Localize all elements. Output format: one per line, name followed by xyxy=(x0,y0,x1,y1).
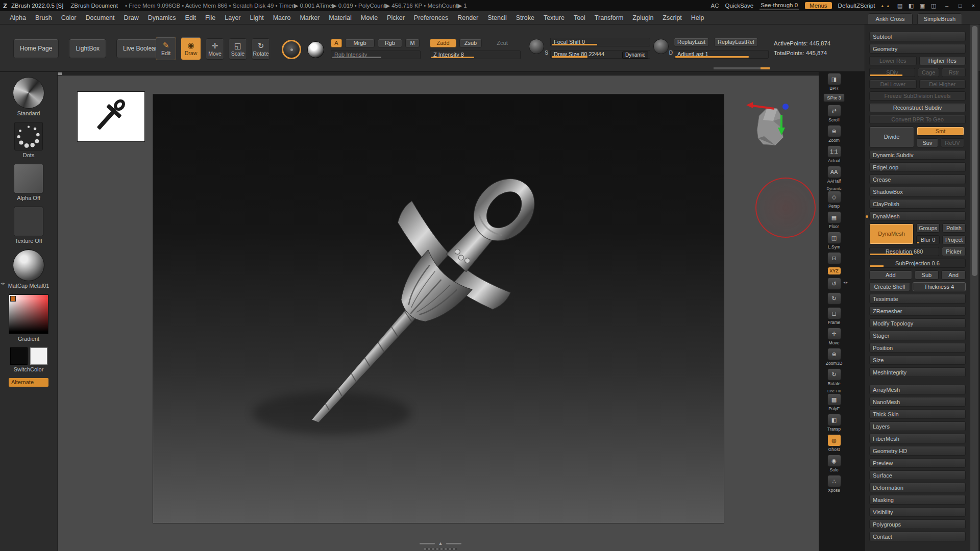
window-tool-icon[interactable]: ▣ xyxy=(919,3,926,9)
menu-item[interactable]: Material xyxy=(324,14,356,21)
zoom-button[interactable]: ⊕ Zoom xyxy=(827,125,841,143)
picker-button[interactable]: Picker xyxy=(942,247,966,256)
scale-button[interactable]: ◱ Scale xyxy=(229,38,247,60)
palette-section-header[interactable]: Position xyxy=(869,343,966,353)
dynamesh-section-header[interactable]: DynaMesh xyxy=(869,211,966,221)
palette-section-header[interactable]: Size xyxy=(869,355,966,365)
scrollbar-thumb[interactable] xyxy=(972,26,977,276)
color-picker[interactable] xyxy=(9,294,48,334)
thickness-field[interactable]: Thickness 4 xyxy=(913,282,966,291)
rgb-intensity-slider[interactable]: Rgb Intensity xyxy=(331,51,421,59)
smt-button[interactable]: Smt xyxy=(917,127,964,136)
palette-section-header[interactable]: ZRemesher xyxy=(869,306,966,316)
palette-section-header[interactable]: Contact xyxy=(869,532,966,541)
project-button[interactable]: Project xyxy=(942,235,966,244)
left-tray-divider-handle[interactable]: ◂▸ xyxy=(1,281,6,286)
groups-button[interactable]: Groups xyxy=(916,223,940,233)
create-shell-button[interactable]: Create Shell xyxy=(869,282,910,291)
draw-size-slider[interactable]: Draw Size 80.22444 Dynamic xyxy=(550,50,650,59)
edit-button[interactable]: ✎ Edit xyxy=(156,37,176,60)
standard-brush-icon[interactable] xyxy=(13,77,44,109)
menu-item[interactable]: Light xyxy=(246,14,268,21)
zadd-button[interactable]: Zadd xyxy=(430,39,456,47)
menu-item[interactable]: Color xyxy=(57,14,81,21)
focal-shift-slider[interactable]: Focal Shift 0 xyxy=(550,38,650,46)
window-tool-icon[interactable]: ▤ xyxy=(896,3,903,9)
menu-item[interactable]: Macro xyxy=(268,14,296,21)
canvas-document[interactable] xyxy=(153,94,724,523)
scroll-button[interactable]: ⇄ Scroll xyxy=(827,105,841,122)
menu-item[interactable]: Transform xyxy=(590,14,628,21)
subtool-section-header[interactable]: Subtool xyxy=(869,32,966,41)
zsub-button[interactable]: Zsub xyxy=(459,39,482,47)
palette-section-header[interactable]: FiberMesh xyxy=(869,434,966,443)
palette-section-header[interactable]: Tessimate xyxy=(869,294,966,304)
palette-section-header[interactable]: Geometry HD xyxy=(869,446,966,456)
replay-last-rel-button[interactable]: ReplayLastRel xyxy=(714,38,758,46)
palette-section-header[interactable]: MeshIntegrity xyxy=(869,367,966,377)
palette-section-header[interactable]: Masking xyxy=(869,495,966,505)
menu-item[interactable]: Render xyxy=(453,14,483,21)
tab-simplebrush[interactable]: SimpleBrush xyxy=(917,13,962,24)
right-panel-scrollbar[interactable] xyxy=(970,24,978,551)
subprojection-slider[interactable]: SubProjection 0.6 xyxy=(869,259,966,268)
palette-section-header[interactable]: NanoMesh xyxy=(869,397,966,407)
palette-section-header[interactable]: Polygroups xyxy=(869,519,966,529)
tray-scroll-arrows[interactable]: ▴ ▴ xyxy=(881,3,890,8)
dynamic-toggle[interactable]: Dynamic xyxy=(622,52,648,59)
solo-button[interactable]: ◉ Solo xyxy=(827,455,841,472)
replay-last-button[interactable]: ReplayLast xyxy=(674,38,709,46)
and-button[interactable]: And xyxy=(941,270,966,280)
spix-slider[interactable]: SPix 3 xyxy=(823,93,844,102)
local-transform-icon[interactable]: ⊡ xyxy=(827,252,841,264)
palette-section-header[interactable]: Surface xyxy=(869,470,966,480)
canvas-bottom-scrollbar[interactable] xyxy=(424,548,457,550)
palette-section-header[interactable]: Dynamic Subdiv xyxy=(869,150,966,160)
palette-section-header[interactable]: ArrayMesh xyxy=(869,385,966,394)
menu-item[interactable]: Zscript xyxy=(658,14,687,21)
reuv-button[interactable]: ReUV xyxy=(941,138,964,147)
secondary-color-swatch[interactable] xyxy=(30,347,47,365)
menu-item[interactable]: Picker xyxy=(382,14,409,21)
alternate-button[interactable]: Alternate xyxy=(9,378,48,387)
see-through-slider[interactable]: See-through 0 xyxy=(760,2,799,9)
higher-res-button[interactable]: Higher Res xyxy=(919,56,966,65)
tab-ankh-cross[interactable]: Ankh Cross xyxy=(868,13,913,24)
menu-item[interactable]: Help xyxy=(687,14,709,21)
blur-slider[interactable]: Blur 0 xyxy=(916,235,940,244)
home-page-button[interactable]: Home Page xyxy=(13,39,59,58)
focal-shift-knob[interactable]: S xyxy=(529,39,544,54)
add-button[interactable]: Add xyxy=(869,270,912,280)
suv-button[interactable]: Suv xyxy=(917,138,938,147)
alpha-swatch[interactable] xyxy=(14,164,43,193)
actual-button[interactable]: 1:1 Actual xyxy=(827,145,841,163)
window-tool-icon[interactable]: ◫ xyxy=(930,3,937,9)
palette-section-header[interactable]: Modify Topology xyxy=(869,318,966,328)
floor-button[interactable]: ▦ Floor xyxy=(827,211,841,229)
draw-button[interactable]: ◉ Draw xyxy=(181,37,201,60)
menu-item[interactable]: Draw xyxy=(119,14,143,21)
xpose-button[interactable]: ∴ Xpose xyxy=(827,475,841,493)
menu-item[interactable]: Dynamics xyxy=(143,14,181,21)
material-sphere-icon[interactable] xyxy=(13,249,44,281)
canvas-top-scrollbar[interactable] xyxy=(58,72,819,76)
frame-button[interactable]: ◻ Frame xyxy=(827,307,841,325)
texture-swatch[interactable] xyxy=(14,207,43,236)
main-color-swatch[interactable] xyxy=(10,347,28,365)
menu-item[interactable]: Preferences xyxy=(409,14,453,21)
menu-item[interactable]: Alpha xyxy=(5,14,31,21)
move-button[interactable]: ✛ Move xyxy=(206,38,224,60)
zoom3d-button[interactable]: ⊕ Zoom3D xyxy=(826,348,843,366)
menu-item[interactable]: Stencil xyxy=(483,14,511,21)
rotate-canvas-button[interactable]: ↻ Rotate xyxy=(827,368,841,386)
palette-section-header[interactable]: Visibility xyxy=(869,507,966,517)
m-button[interactable]: M xyxy=(405,39,420,47)
geometry-section-header[interactable]: Geometry xyxy=(869,44,966,54)
menu-item[interactable]: File xyxy=(201,14,220,21)
polish-button[interactable]: Polish xyxy=(942,223,966,233)
camera-orientation-gizmo[interactable] xyxy=(744,101,791,154)
menu-item[interactable]: Tool xyxy=(569,14,590,21)
divide-button[interactable]: Divide xyxy=(869,127,914,147)
freeze-subdivision-button[interactable]: Freeze SubDivision Levels xyxy=(869,91,966,101)
minimize-button[interactable]: – xyxy=(943,3,950,9)
